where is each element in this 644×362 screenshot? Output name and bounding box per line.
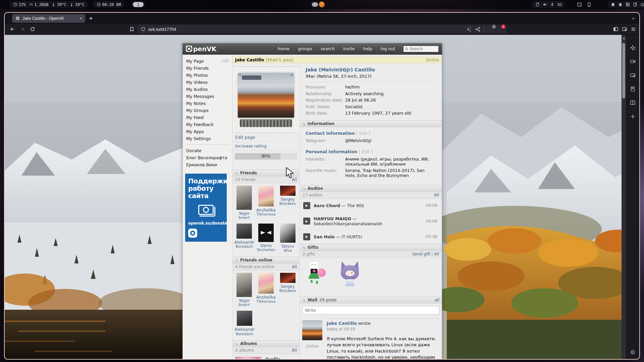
pomodoro-toggle[interactable]	[312, 2, 318, 7]
display-icon[interactable]	[577, 2, 582, 7]
audio-track[interactable]: ▶ Aero Chord — The 90S 04:09	[300, 199, 442, 213]
field-value-link[interactable]: Socialist	[345, 104, 363, 109]
nav-help[interactable]: help	[359, 43, 376, 54]
menu-hamburger-icon[interactable]	[631, 26, 636, 32]
albums-all-link[interactable]: All	[292, 348, 297, 353]
pomodoro-widget[interactable]	[310, 1, 326, 8]
site-search-box[interactable]	[403, 46, 439, 52]
settings-gear-icon[interactable]: ⚙	[630, 349, 635, 356]
system-stats-widget[interactable]: 22% 1.28GB 39°C 39°C	[9, 1, 88, 8]
collapse-icon[interactable]: ↘	[235, 341, 238, 346]
clipboard-icon[interactable]	[535, 2, 540, 7]
tab-close-icon[interactable]: ×	[79, 16, 82, 21]
wall-all-link[interactable]: all	[435, 298, 439, 302]
friend-name[interactable]: AleksandrBorodach	[234, 327, 255, 336]
friend-avatar[interactable]	[258, 186, 274, 206]
album-thumbnail[interactable]	[235, 357, 262, 359]
collapse-icon[interactable]: ↘	[302, 186, 306, 191]
microphone-icon[interactable]	[550, 2, 554, 7]
friend-name[interactable]: DenisShcherbin	[257, 243, 275, 252]
reading-list-icon[interactable]	[630, 100, 636, 106]
volume-muted-icon[interactable]	[543, 2, 547, 7]
friend-avatar[interactable]	[280, 186, 296, 196]
video-camera-icon[interactable]	[630, 59, 636, 64]
account-container-icon[interactable]	[622, 26, 627, 32]
nav-search[interactable]: search	[316, 43, 339, 54]
interests-value[interactable]: Аниме (редко), игры, разработка, ИИ, лок…	[345, 157, 436, 167]
friend-avatar[interactable]	[237, 311, 252, 326]
friend-avatar[interactable]	[280, 273, 296, 283]
wall-section-header[interactable]: ↘Wall29 postsall	[300, 297, 442, 303]
sidebar-toggle-icon[interactable]	[613, 26, 619, 32]
bookmark-button[interactable]	[127, 25, 136, 33]
post-date[interactable]: today at 00:59	[327, 327, 439, 331]
friend-card[interactable]: AnzhelikaTikhonova	[256, 273, 277, 307]
extension-foxyproxy[interactable]: 1	[497, 26, 503, 32]
friend-card[interactable]: YegorSmert'	[234, 273, 255, 307]
donate-banner[interactable]: Поддержи работу сайта openvk.su/donate	[185, 174, 227, 242]
telegram-value[interactable]: @MelvinSGjr	[345, 138, 372, 143]
friend-avatar[interactable]	[280, 224, 296, 243]
wall-write-input[interactable]	[302, 306, 439, 314]
collapse-icon[interactable]: ↘	[302, 245, 306, 250]
power-icon[interactable]	[640, 2, 644, 7]
sidebar-item-my-messages[interactable]: My Messages	[183, 93, 232, 100]
collapse-icon[interactable]: ↘	[235, 171, 238, 175]
sidebar-item-my-photos[interactable]: My Photos	[183, 72, 232, 79]
friend-name[interactable]: AnzhelikaTikhonova	[256, 295, 276, 304]
friend-card[interactable]: TatycoNiva	[277, 224, 298, 253]
albums-section-header[interactable]: ↘Albums	[232, 340, 300, 347]
friend-card[interactable]: SergeyBelyakov	[277, 273, 298, 307]
clock-widget[interactable]: 06:20 AM	[93, 1, 124, 8]
sidebar-item-wiki[interactable]: Ермаков.Вики	[183, 161, 232, 168]
friend-card[interactable]: AnzhelikaTikhonova	[256, 186, 277, 220]
increase-rating-link[interactable]: Increase rating	[235, 143, 267, 148]
sidebar-item-my-videos[interactable]: My Videos	[183, 79, 232, 86]
play-button[interactable]: ▶	[303, 218, 310, 225]
wallet-icon[interactable]	[630, 72, 636, 78]
post-author-link[interactable]: Jake Castillo	[327, 321, 357, 326]
friend-name[interactable]: AnzhelikaTikhonova	[256, 208, 276, 217]
keyboard-icon[interactable]	[557, 2, 562, 7]
personal-info-edit-link[interactable]: [ Edit ]	[359, 149, 373, 154]
grid-icon[interactable]	[626, 2, 630, 7]
site-search-input[interactable]	[410, 47, 437, 51]
scroll-up-arrow[interactable]	[623, 37, 625, 39]
friend-avatar[interactable]	[258, 273, 274, 294]
tab-list-chevron-icon[interactable]	[631, 16, 636, 21]
url-text[interactable]: ovk.to/id17704	[148, 27, 176, 32]
sidebar-item-my-groups[interactable]: My Groups	[183, 107, 232, 114]
sidebar-item-my-feedback[interactable]: My Feedback	[183, 121, 232, 128]
collapse-icon[interactable]: ↘	[235, 258, 238, 262]
friend-name[interactable]: YegorSmert'	[238, 211, 250, 220]
add-icon[interactable]	[630, 114, 636, 119]
bookmark-icon[interactable]	[630, 86, 636, 92]
friend-avatar[interactable]	[258, 224, 274, 242]
friend-name[interactable]: SergeyBelyakov	[279, 284, 296, 293]
extension-tampermonkey[interactable]: 1	[488, 26, 494, 32]
friend-name[interactable]: AleksandrBorodach	[234, 240, 255, 249]
send-gift-link[interactable]: Send gift	[412, 252, 430, 256]
sidebar-item-donate[interactable]: Donate	[183, 147, 232, 154]
play-button[interactable]: ▶	[303, 233, 310, 240]
collapse-icon[interactable]: ↘	[302, 298, 306, 302]
gifts-all-link[interactable]: All	[434, 252, 439, 256]
page-scrollbar[interactable]	[622, 35, 626, 359]
reload-button[interactable]	[28, 25, 37, 33]
audio-track[interactable]: ▶ San Holo — IT HURTS! 03:48	[300, 230, 442, 244]
audios-section-header[interactable]: ↘Audios	[300, 185, 442, 192]
album-item[interactable]: Profile photosUpdated at 30 Julat 08:05	[232, 354, 300, 359]
profile-status[interactable]: iMac (Retina 5K, 27-inch, 2017)	[306, 74, 437, 79]
tab-jake-castillo[interactable]: Jake Castillo - OpenVK ×	[12, 14, 85, 23]
forward-button[interactable]	[18, 25, 27, 33]
gift-chibi-character[interactable]	[335, 261, 365, 287]
audios-all-link[interactable]: All	[434, 193, 439, 197]
workspace-switcher[interactable]: 1	[131, 1, 145, 8]
friend-card[interactable]: YegorSmert'	[234, 186, 255, 220]
site-info-shield-icon[interactable]	[141, 27, 146, 32]
sidebar-item-my-friends[interactable]: My Friends	[183, 65, 232, 72]
pacman-ghost-icon[interactable]	[618, 2, 623, 7]
information-section-header[interactable]: ↘Information	[300, 120, 442, 127]
nav-home[interactable]: home	[273, 43, 293, 54]
friend-card[interactable]: AleksandrBorodach	[234, 224, 255, 253]
